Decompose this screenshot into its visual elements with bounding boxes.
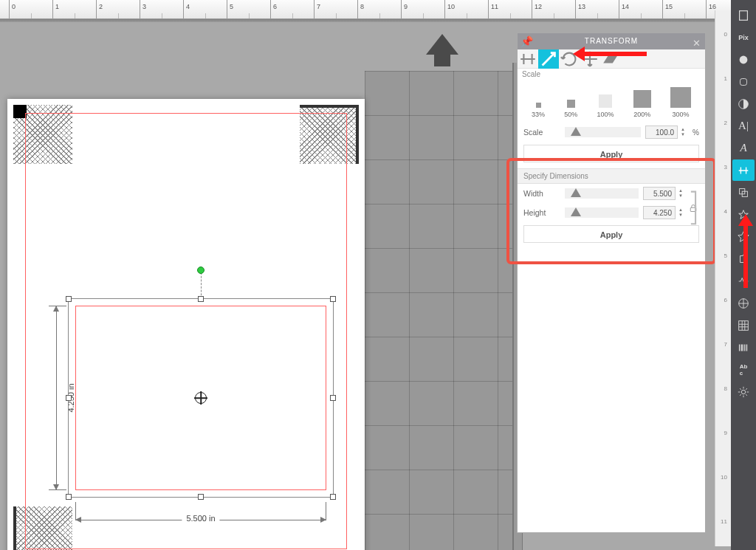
height-label: Height [523,208,560,217]
width-label: Width [523,189,560,198]
rail-abc-icon[interactable]: Abc [732,359,755,380]
dimension-height: 4.250 in [46,306,68,490]
rail-pixscan-icon[interactable]: Pix [732,27,755,48]
resize-handle-ml[interactable] [66,395,72,401]
panel-titlebar[interactable]: 📌 TRANSFORM ✕ [518,33,705,49]
rail-fill-icon[interactable] [732,49,755,70]
right-icon-rail: Pix A| A Abc [731,0,756,550]
rail-star-icon[interactable] [732,226,755,247]
height-input[interactable] [643,206,676,219]
tab-scale-icon[interactable] [538,49,559,69]
rail-favorite-icon[interactable] [732,204,755,225]
scale-slider[interactable] [565,127,641,137]
resize-handle-bm[interactable] [198,494,204,500]
scale-unit: % [693,128,699,137]
svg-rect-3 [740,78,747,85]
svg-rect-8 [739,320,749,330]
svg-point-2 [740,55,748,63]
design-page[interactable]: 4.250 in 5.500 in [7,99,365,550]
svg-point-9 [741,390,745,393]
specify-dimensions-header: Specify Dimensions [518,168,705,184]
apply-dimensions-button[interactable]: Apply [523,225,699,243]
width-input[interactable] [643,187,676,200]
scale-preset-50%[interactable]: 50% [564,100,577,118]
horizontal-ruler: // inline ruler ticks rendered later via… [0,0,756,19]
scale-input[interactable] [645,126,678,139]
close-icon[interactable]: ✕ [692,35,702,46]
scale-row-label: Scale [523,128,560,137]
rotate-handle[interactable] [197,267,205,274]
specify-dimensions-section: Specify Dimensions Width ▲▼ Height ▲▼ [518,168,705,243]
resize-handle-tl[interactable] [66,296,72,302]
tab-rotate-icon[interactable] [559,49,580,69]
rail-contrast-icon[interactable] [732,93,755,114]
resize-handle-tm[interactable] [198,296,204,302]
height-stepper[interactable]: ▲▼ [677,207,684,218]
rail-puzzle-icon[interactable] [732,248,755,269]
tab-move-icon[interactable] [580,49,600,69]
cutting-mat [365,71,520,550]
scale-preset-200%[interactable]: 200% [633,90,651,118]
resize-handle-br[interactable] [330,494,336,500]
shape-outline [75,306,326,490]
slider-thumb-icon[interactable] [571,127,581,136]
rail-grid2-icon[interactable] [732,314,755,336]
rail-gear-icon[interactable] [732,381,755,402]
selected-shape[interactable]: 4.250 in 5.500 in [46,298,334,505]
scale-preset-300%[interactable]: 300% [670,87,691,118]
width-stepper[interactable]: ▲▼ [677,188,684,199]
resize-handle-mr[interactable] [330,395,336,401]
tab-shear-icon[interactable] [600,49,621,69]
svg-rect-1 [740,10,748,20]
scale-preset-100%[interactable]: 100% [597,94,614,118]
rail-barcode-icon[interactable] [732,337,755,358]
scale-row: Scale ▲▼ % [518,123,705,142]
panel-empty-area [518,252,705,532]
rail-trace-icon[interactable] [732,270,755,292]
apply-scale-button[interactable]: Apply [523,145,699,162]
scale-presets: 33%50%100%200%300% [522,86,701,120]
rail-grid1-icon[interactable] [732,292,755,314]
rail-text-icon[interactable]: A| [732,115,755,137]
dimension-width-label: 5.500 in [182,514,219,523]
rail-transform-icon[interactable] [732,159,755,181]
width-slider[interactable] [565,188,639,199]
slider-thumb-icon[interactable] [571,207,581,216]
lock-aspect-toggle[interactable]: ⎤ ⎦ [687,198,699,219]
resize-handle-bl[interactable] [66,494,72,500]
feed-arrow-icon [426,34,458,55]
panel-title-text: TRANSFORM [585,37,638,45]
rail-replicate-icon[interactable] [732,182,755,203]
slider-thumb-icon[interactable] [571,188,581,197]
right-mini-ruler: 01234567891011 [715,10,731,546]
transform-panel[interactable]: 📌 TRANSFORM ✕ Scale 33%50%100%200%300% S… [517,32,706,533]
tab-align-icon[interactable] [518,49,538,69]
scale-stepper[interactable]: ▲▼ [679,127,687,137]
transform-tabs [518,49,705,69]
scale-section-label: Scale [518,69,705,81]
scale-preset-33%[interactable]: 33% [532,103,545,118]
resize-handle-tr[interactable] [330,296,336,302]
dimension-width: 5.500 in [75,509,326,532]
height-slider[interactable] [565,207,639,218]
pin-icon[interactable]: 📌 [520,36,531,47]
rail-texteffect-icon[interactable]: A [732,137,755,159]
rotate-stem [201,272,202,299]
rail-page-icon[interactable] [732,4,755,26]
rail-line-icon[interactable] [732,71,755,92]
